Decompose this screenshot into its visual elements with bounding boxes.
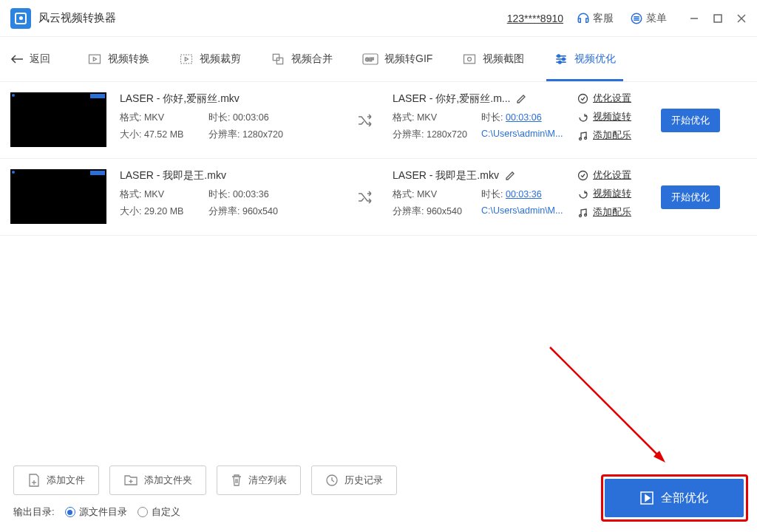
app-logo [10, 8, 31, 29]
optimize-icon [554, 52, 568, 66]
output-path-link[interactable]: C:\Users\admin\M... [481, 205, 563, 218]
radio-custom-dir[interactable]: 自定义 [138, 505, 180, 519]
svg-rect-8 [89, 55, 101, 64]
tab-merge[interactable]: 视频合并 [271, 37, 333, 81]
svg-point-27 [579, 171, 588, 180]
gif-icon: GIF [362, 53, 378, 65]
output-filename: LASER - 我即是王.mkv [393, 169, 499, 183]
svg-marker-11 [185, 58, 188, 61]
edit-icon[interactable] [505, 171, 515, 181]
clock-icon [325, 474, 339, 487]
support-label: 客服 [593, 12, 614, 25]
output-info: LASER - 你好,爱丽丝.m... 格式: MKV时长: 00:03:06 … [393, 92, 577, 146]
svg-rect-16 [464, 55, 475, 64]
music-option[interactable]: 添加配乐 [577, 129, 655, 142]
svg-point-22 [563, 58, 565, 60]
tab-screenshot[interactable]: 视频截图 [462, 37, 524, 81]
output-path-link[interactable]: C:\Users\admin\M... [481, 129, 563, 141]
add-file-button[interactable]: 添加文件 [13, 466, 99, 495]
svg-point-17 [468, 58, 472, 61]
trash-icon [231, 473, 242, 488]
output-dir-label: 输出目录: [13, 505, 55, 519]
svg-point-24 [579, 95, 588, 103]
minimize-button[interactable] [689, 13, 699, 24]
user-id[interactable]: 123****8910 [507, 13, 563, 24]
start-optimize-button[interactable]: 开始优化 [661, 185, 720, 209]
rotate-option[interactable]: 视频旋转 [577, 111, 655, 123]
tab-optimize[interactable]: 视频优化 [554, 37, 616, 81]
settings-option[interactable]: 优化设置 [577, 169, 655, 182]
shuffle-icon[interactable] [357, 114, 373, 127]
back-label: 返回 [30, 52, 50, 66]
maximize-button[interactable] [713, 13, 723, 24]
menu-icon [630, 12, 643, 25]
svg-point-29 [585, 214, 587, 216]
source-info: LASER - 你好,爱丽丝.mkv 格式: MKV时长: 00:03:06 大… [120, 92, 338, 146]
svg-marker-36 [645, 495, 650, 501]
tab-gif[interactable]: GIF 视频转GIF [362, 37, 432, 81]
app-title: 风云视频转换器 [38, 11, 507, 25]
back-button[interactable]: 返回 [10, 52, 50, 66]
svg-point-26 [585, 137, 587, 140]
source-filename: LASER - 你好,爱丽丝.mkv [120, 92, 338, 106]
menu-label: 菜单 [646, 12, 667, 25]
svg-marker-9 [93, 58, 96, 61]
svg-point-23 [559, 61, 561, 64]
svg-rect-10 [181, 55, 192, 64]
edit-icon[interactable] [516, 94, 526, 104]
headset-icon [577, 12, 590, 25]
merge-icon [271, 52, 285, 66]
menu-button[interactable]: 菜单 [630, 12, 667, 25]
file-row: LASER - 我即是王.mkv 格式: MKV时长: 00:03:36 大小:… [0, 159, 757, 236]
optimize-all-button[interactable]: 全部优化 [605, 479, 744, 517]
tab-convert[interactable]: 视频转换 [87, 37, 149, 81]
svg-point-25 [580, 138, 582, 140]
clear-list-button[interactable]: 清空列表 [217, 466, 301, 495]
back-arrow-icon [10, 54, 24, 64]
music-option[interactable]: 添加配乐 [577, 206, 655, 219]
settings-option[interactable]: 优化设置 [577, 92, 655, 105]
convert-icon [87, 52, 102, 66]
close-button[interactable] [736, 13, 747, 24]
source-filename: LASER - 我即是王.mkv [120, 169, 338, 183]
output-filename: LASER - 你好,爱丽丝.m... [393, 92, 510, 106]
row-options: 优化设置 视频旋转 添加配乐 [577, 92, 655, 148]
svg-rect-12 [273, 54, 279, 60]
svg-rect-13 [276, 58, 282, 64]
video-thumbnail[interactable] [10, 92, 106, 147]
folder-plus-icon [123, 474, 138, 487]
file-plus-icon [27, 473, 41, 488]
crop-icon [179, 52, 194, 66]
rotate-option[interactable]: 视频旋转 [577, 188, 655, 200]
svg-line-37 [550, 347, 661, 458]
file-row: LASER - 你好,爱丽丝.mkv 格式: MKV时长: 00:03:06 大… [0, 82, 757, 159]
radio-source-dir[interactable]: 源文件目录 [65, 505, 127, 519]
play-box-icon [640, 491, 654, 505]
history-button[interactable]: 历史记录 [311, 466, 397, 495]
source-info: LASER - 我即是王.mkv 格式: MKV时长: 00:03:36 大小:… [120, 169, 338, 222]
add-folder-button[interactable]: 添加文件夹 [109, 466, 206, 495]
tab-crop[interactable]: 视频裁剪 [179, 37, 241, 81]
start-optimize-button[interactable]: 开始优化 [661, 109, 720, 132]
output-duration-link[interactable]: 00:03:06 [506, 112, 542, 123]
screenshot-icon [462, 52, 477, 66]
shuffle-icon[interactable] [357, 191, 373, 204]
row-options: 优化设置 视频旋转 添加配乐 [577, 169, 655, 225]
output-info: LASER - 我即是王.mkv 格式: MKV时长: 00:03:36 分辨率… [393, 169, 577, 222]
output-duration-link[interactable]: 00:03:36 [506, 189, 542, 200]
svg-point-21 [557, 55, 560, 57]
svg-rect-5 [714, 15, 722, 22]
video-thumbnail[interactable] [10, 169, 106, 224]
file-list: LASER - 你好,爱丽丝.mkv 格式: MKV时长: 00:03:06 大… [0, 81, 757, 236]
svg-text:GIF: GIF [365, 57, 374, 62]
svg-point-28 [580, 215, 582, 217]
support-button[interactable]: 客服 [577, 12, 614, 25]
